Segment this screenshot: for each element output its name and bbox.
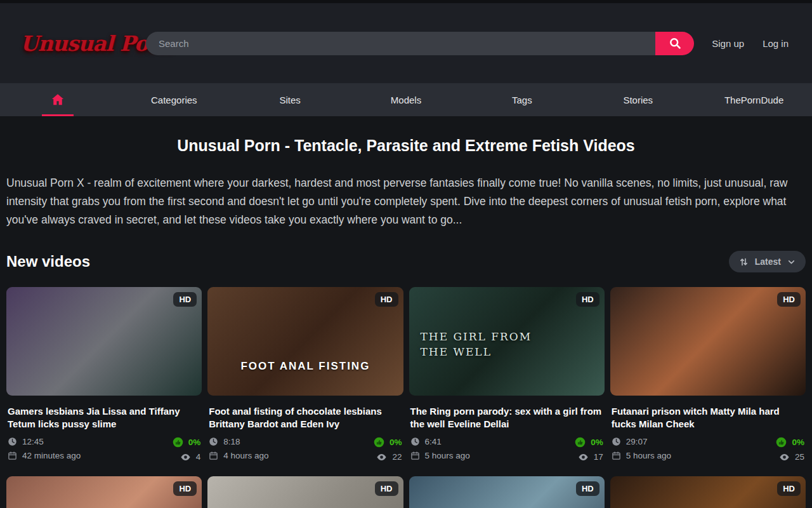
video-age: 5 hours ago (425, 451, 470, 460)
calendar-icon (612, 451, 621, 460)
video-duration: 29:07 (626, 437, 648, 446)
page-description: Unusual Porn X - realm of excitement whe… (6, 174, 806, 229)
nav-models[interactable]: Models (348, 83, 464, 116)
search-bar (146, 32, 694, 55)
signup-link[interactable]: Sign up (712, 38, 744, 49)
main-nav: Categories Sites Models Tags Stories The… (0, 83, 812, 116)
section-head: New videos Latest (6, 251, 806, 272)
video-card[interactable]: FOOT ANAL FISTING HD Foot anal fisting o… (207, 287, 403, 462)
hd-badge: HD (173, 292, 197, 307)
video-thumbnail[interactable]: HD (6, 476, 202, 508)
search-icon (669, 37, 681, 50)
nav-categories[interactable]: Categories (116, 83, 232, 116)
video-grid: HD Gamers lesbians Jia Lissa and Tiffany… (6, 287, 806, 462)
clock-icon (410, 437, 420, 446)
sort-icon (739, 257, 749, 267)
thumbs-up-icon (374, 437, 384, 448)
video-views: 17 (594, 452, 603, 462)
hd-badge: HD (576, 292, 599, 307)
calendar-icon (209, 451, 218, 460)
video-card[interactable]: HD (409, 476, 605, 508)
video-thumbnail[interactable]: HD (610, 476, 806, 508)
video-rating: 0% (188, 438, 201, 447)
nav-sites[interactable]: Sites (232, 83, 348, 116)
clock-icon (612, 437, 621, 446)
video-rating: 0% (792, 438, 804, 447)
login-link[interactable]: Log in (763, 38, 789, 49)
hd-badge: HD (375, 481, 398, 496)
home-icon (51, 93, 65, 107)
video-card[interactable]: HD (207, 476, 403, 508)
search-button[interactable] (655, 32, 694, 55)
sort-label: Latest (755, 257, 781, 267)
hd-badge: HD (576, 481, 599, 496)
video-thumbnail[interactable]: HD (6, 287, 202, 396)
calendar-icon (410, 451, 420, 460)
hd-badge: HD (777, 481, 801, 496)
calendar-icon (8, 451, 17, 460)
thumbnail-overlay-text: FOOT ANAL FISTING (207, 360, 403, 373)
site-logo[interactable]: Unusual Porn (20, 31, 132, 56)
thumbs-up-icon (575, 437, 586, 448)
video-meta: 8:18 4 hours ago 0% 22 (209, 437, 402, 462)
eye-icon (376, 453, 387, 462)
thumbnail-overlay-text: THE GIRL FROM THE WELL (421, 329, 532, 359)
chevron-down-icon (787, 258, 796, 266)
sort-dropdown[interactable]: Latest (729, 251, 806, 272)
video-card[interactable]: HD (6, 476, 202, 508)
video-views: 25 (795, 452, 804, 462)
video-title[interactable]: Foot anal fisting of chocolate lesbians … (209, 405, 402, 431)
video-card[interactable]: HD Gamers lesbians Jia Lissa and Tiffany… (6, 287, 202, 462)
hd-badge: HD (777, 292, 801, 307)
nav-stories[interactable]: Stories (580, 83, 696, 116)
video-meta: 6:41 5 hours ago 0% 17 (410, 437, 603, 462)
video-age: 5 hours ago (626, 451, 671, 460)
video-title[interactable]: Gamers lesbians Jia Lissa and Tiffany Te… (8, 405, 200, 431)
header: Unusual Porn Sign up Log in (0, 3, 812, 83)
clock-icon (8, 437, 17, 446)
video-views: 22 (392, 452, 402, 462)
video-title[interactable]: Futanari prison witch Matty Mila hard fu… (612, 405, 804, 431)
section-title: New videos (6, 253, 90, 271)
video-duration: 6:41 (425, 437, 442, 446)
video-card[interactable]: HD (610, 476, 806, 508)
clock-icon (209, 437, 218, 446)
page-title: Unusual Porn - Tentacle, Parasite and Ex… (6, 137, 806, 155)
eye-icon (779, 453, 790, 462)
video-thumbnail[interactable]: THE GIRL FROM THE WELL HD (409, 287, 605, 396)
video-thumbnail[interactable]: HD (610, 287, 806, 396)
video-rating: 0% (390, 438, 402, 447)
hd-badge: HD (375, 292, 398, 307)
video-age: 42 minutes ago (22, 451, 81, 460)
hd-badge: HD (173, 481, 197, 496)
video-thumbnail[interactable]: HD (207, 476, 403, 508)
eye-icon (578, 453, 589, 462)
video-title[interactable]: The Ring porn parody: sex with a girl fr… (410, 405, 603, 431)
video-thumbnail[interactable]: FOOT ANAL FISTING HD (207, 287, 403, 396)
video-meta: 12:45 42 minutes ago 0% 4 (8, 437, 200, 462)
video-meta: 29:07 5 hours ago 0% 25 (612, 437, 804, 462)
main-content: Unusual Porn - Tentacle, Parasite and Ex… (0, 137, 812, 508)
nav-tags[interactable]: Tags (464, 83, 580, 116)
video-age: 4 hours ago (223, 451, 268, 460)
video-thumbnail[interactable]: HD (409, 476, 605, 508)
thumbs-up-icon (776, 437, 787, 448)
video-views: 4 (196, 452, 201, 462)
nav-home[interactable] (0, 83, 116, 116)
nav-theporndude[interactable]: ThePornDude (696, 83, 812, 116)
thumbs-up-icon (173, 437, 183, 448)
video-card[interactable]: HD Futanari prison witch Matty Mila hard… (610, 287, 806, 462)
video-rating: 0% (591, 438, 603, 447)
video-duration: 12:45 (22, 437, 44, 446)
video-card[interactable]: THE GIRL FROM THE WELL HD The Ring porn … (409, 287, 605, 462)
video-duration: 8:18 (223, 437, 240, 446)
video-grid-row2: HD HD HD HD (6, 476, 806, 508)
search-input[interactable] (146, 32, 655, 55)
eye-icon (180, 453, 191, 462)
